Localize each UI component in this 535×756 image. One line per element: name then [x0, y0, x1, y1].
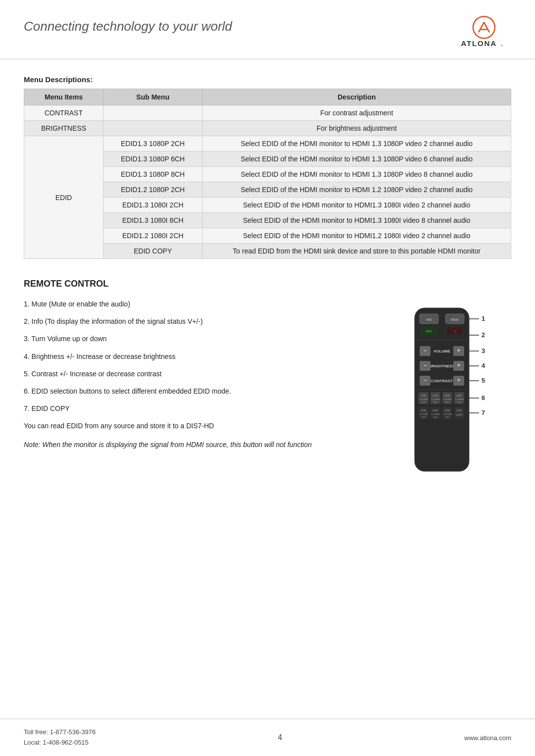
remote-section: REMOTE CONTROL 1. Mute (Mute or enable t… — [24, 279, 511, 501]
table-cell-desc: Select EDID of the HDMI monitor to HDMI1… — [203, 213, 511, 228]
svg-text:2CH: 2CH — [445, 416, 449, 418]
list-item: 2. Info (To display the information of t… — [24, 315, 368, 328]
list-item: 3. Turn Volume up or down — [24, 333, 368, 345]
remote-title: REMOTE CONTROL — [24, 279, 511, 289]
remote-svg: Info Mute ED1 +2 VOLUME − — [387, 303, 506, 501]
svg-text:1.3 1080P: 1.3 1080P — [419, 398, 428, 401]
svg-text:2CH: 2CH — [422, 401, 426, 403]
remote-image: Info Mute ED1 +2 VOLUME − — [382, 298, 511, 501]
svg-text:1.3 1080I: 1.3 1080I — [420, 413, 428, 415]
table-cell-sub — [104, 105, 203, 121]
table-cell-desc: Select EDID of the HDMI monitor to HDMI … — [203, 167, 511, 182]
svg-text:EDID: EDID — [433, 409, 439, 412]
svg-text:BRIGHTNESS: BRIGHTNESS — [429, 364, 455, 368]
list-item: 5. Contrast +/- Increase or decrease con… — [24, 368, 368, 380]
svg-text:1.2 1080I: 1.2 1080I — [443, 413, 452, 415]
page-footer: Toll free: 1-877-536-3976 Local: 1-408-9… — [0, 718, 535, 756]
svg-text:+: + — [457, 377, 460, 384]
logo: ATLONA . — [457, 14, 511, 53]
table-cell-menu: CONTRAST — [24, 105, 104, 121]
svg-text:.: . — [501, 39, 503, 48]
table-cell-desc: To read EDID from the HDMI sink device a… — [203, 244, 511, 259]
svg-text:EDID: EDID — [457, 395, 463, 397]
svg-text:+: + — [457, 362, 460, 369]
svg-text:+: + — [457, 347, 460, 354]
svg-text:1: 1 — [482, 315, 485, 322]
table-cell-sub — [104, 121, 203, 136]
svg-text:COPY: COPY — [456, 413, 463, 416]
table-cell-sub: EDID1.3 1080P 2CH — [104, 136, 203, 151]
remote-paragraph: You can read EDID from any source and st… — [24, 420, 368, 432]
main-content: Menu Descriptions: Menu Items Sub Menu D… — [0, 59, 535, 511]
table-cell-desc: Select EDID of the HDMI monitor to HDMI1… — [203, 198, 511, 213]
svg-text:7: 7 — [482, 409, 485, 416]
table-cell-sub: EDID1.3 1080I 2CH — [104, 198, 203, 213]
list-item: 4. Brightness +/- Increase or decrease b… — [24, 351, 368, 363]
menu-table: Menu Items Sub Menu Description CONTRAST… — [24, 89, 511, 259]
remote-note: Note: When the monitor is displaying the… — [24, 439, 368, 451]
svg-text:2: 2 — [482, 331, 485, 339]
svg-text:VOLUME: VOLUME — [433, 349, 451, 353]
remote-content: 1. Mute (Mute or enable the audio)2. Inf… — [24, 298, 511, 501]
table-cell-sub: EDID1.3 1080P 8CH — [104, 167, 203, 182]
svg-text:ED1: ED1 — [426, 330, 432, 333]
svg-text:−: − — [423, 362, 427, 369]
svg-text:EDID: EDID — [433, 395, 439, 397]
remote-text-block: 1. Mute (Mute or enable the audio)2. Inf… — [24, 298, 368, 501]
svg-text:EDID: EDID — [421, 409, 427, 412]
svg-text:1.2 1080P: 1.2 1080P — [455, 398, 464, 401]
svg-text:2CH: 2CH — [457, 401, 461, 403]
svg-text:−: − — [423, 347, 427, 354]
svg-text:Info: Info — [426, 318, 432, 321]
svg-point-0 — [473, 16, 495, 38]
svg-text:8CH: 8CH — [422, 416, 426, 418]
svg-text:ATLONA: ATLONA — [461, 39, 496, 48]
footer-website: www.atlona.com — [464, 734, 511, 742]
table-cell-sub: EDID COPY — [104, 244, 203, 259]
col-header-sub: Sub Menu — [104, 89, 203, 105]
col-header-desc: Description — [203, 89, 511, 105]
svg-text:EDID: EDID — [445, 409, 451, 412]
local-label: Local: — [24, 739, 43, 746]
svg-text:EDID: EDID — [421, 395, 427, 397]
local-number: 1-408-962-0515 — [43, 739, 89, 746]
table-cell-desc: Select EDID of the HDMI monitor to HDMI … — [203, 151, 511, 167]
page-number: 4 — [278, 733, 282, 742]
svg-text:8CH: 8CH — [445, 401, 449, 403]
svg-text:CONTRAST: CONTRAST — [431, 379, 453, 383]
svg-rect-58 — [454, 407, 464, 419]
svg-text:1.3 1080I: 1.3 1080I — [431, 413, 440, 415]
svg-text:+2: +2 — [453, 330, 457, 333]
table-cell-sub: EDID1.3 1080P 6CH — [104, 151, 203, 167]
svg-text:−: − — [423, 377, 427, 384]
remote-items-list: 1. Mute (Mute or enable the audio)2. Inf… — [24, 298, 368, 415]
svg-text:4: 4 — [482, 362, 485, 369]
list-item: 7. EDID COPY — [24, 403, 368, 415]
list-item: 6. EDID selection buttons to select diff… — [24, 385, 368, 398]
atlona-logo: ATLONA . — [457, 14, 511, 53]
svg-text:5: 5 — [482, 377, 485, 384]
table-cell-sub: EDID1.3 1080I 8CH — [104, 213, 203, 228]
table-cell-desc: For brightness adjustment — [203, 121, 511, 136]
table-cell-sub: EDID1.2 1080P 2CH — [104, 182, 203, 198]
list-item: 1. Mute (Mute or enable the audio) — [24, 298, 368, 310]
svg-text:EDID: EDID — [457, 409, 463, 412]
col-header-menu: Menu Items — [24, 89, 104, 105]
svg-text:6: 6 — [482, 394, 485, 402]
tagline: Connecting technology to your world — [24, 14, 232, 34]
svg-text:3: 3 — [482, 347, 485, 354]
table-cell-sub: EDID1.2 1080I 2CH — [104, 228, 203, 244]
svg-text:6CH: 6CH — [433, 401, 437, 403]
toll-free-number: 1-877-536-3976 — [50, 728, 96, 736]
toll-free-label: Toll free: — [24, 728, 50, 736]
svg-text:1.3 1080P: 1.3 1080P — [443, 398, 452, 401]
table-cell-desc: Select EDID of the HDMI monitor to HDMI … — [203, 136, 511, 151]
table-cell-desc: Select EDID of the HDMI monitor to HDMI … — [203, 182, 511, 198]
table-cell-desc: Select EDID of the HDMI monitor to HDMI1… — [203, 228, 511, 244]
svg-text:Mute: Mute — [451, 318, 459, 321]
footer-contact: Toll free: 1-877-536-3976 Local: 1-408-9… — [24, 727, 96, 748]
svg-text:1.3 1080P: 1.3 1080P — [431, 398, 440, 401]
menu-section-title: Menu Descriptions: — [24, 75, 511, 84]
page-header: Connecting technology to your world ATLO… — [0, 0, 535, 59]
svg-text:2CH: 2CH — [433, 416, 437, 418]
